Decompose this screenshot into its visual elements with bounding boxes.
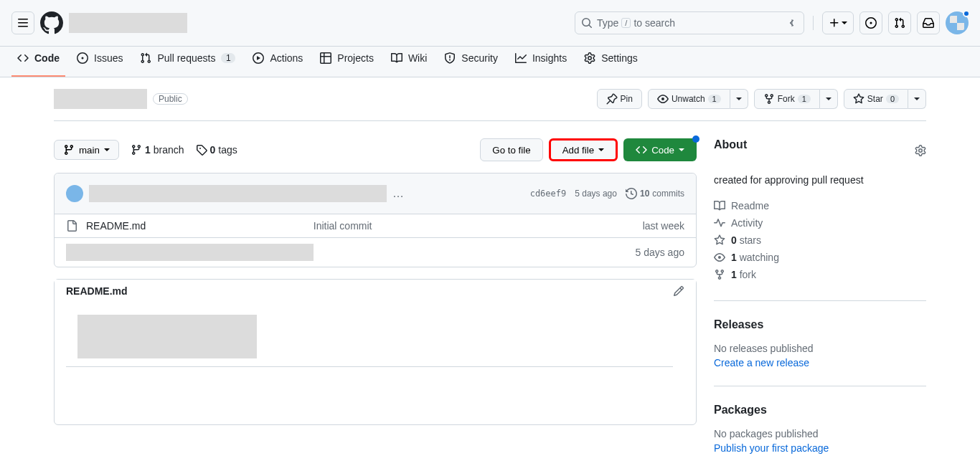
pulse-icon xyxy=(714,217,725,229)
unwatch-button[interactable]: Unwatch 1 xyxy=(648,89,730,109)
commit-date: 5 days ago xyxy=(575,189,617,199)
repo-title-redacted xyxy=(54,89,147,109)
tags-label: tags xyxy=(218,144,237,156)
sidebar-activity-link[interactable]: Activity xyxy=(714,214,926,232)
watching-label: watching xyxy=(740,252,779,263)
code-button[interactable]: Code xyxy=(623,138,697,161)
search-kbd: / xyxy=(621,18,631,28)
stars-count: 0 xyxy=(731,234,737,246)
branches-label: branch xyxy=(154,144,184,156)
star-dropdown[interactable] xyxy=(908,89,926,109)
caret-down-icon xyxy=(914,97,920,100)
search-icon xyxy=(581,17,593,29)
github-logo-icon[interactable] xyxy=(40,11,63,34)
commit-hash[interactable]: cd6eef9 xyxy=(530,189,567,199)
file-name: README.md xyxy=(86,220,146,232)
code-icon xyxy=(636,144,647,156)
about-section: About created for approving pull request… xyxy=(714,138,926,301)
code-label: Code xyxy=(651,145,674,156)
history-icon xyxy=(626,188,637,199)
create-release-link[interactable]: Create a new release xyxy=(714,357,809,368)
pin-button[interactable]: Pin xyxy=(597,89,642,109)
commits-link[interactable]: 10 commits xyxy=(626,188,684,199)
command-palette-icon[interactable] xyxy=(786,17,798,29)
create-new-button[interactable] xyxy=(822,11,854,34)
file-date: last week xyxy=(561,220,684,232)
repo-header-left: Public xyxy=(54,89,188,109)
branches-link[interactable]: 1 branch xyxy=(131,144,184,156)
tab-security-label: Security xyxy=(461,52,498,64)
sidebar-readme-link[interactable]: Readme xyxy=(714,197,926,214)
caret-down-icon xyxy=(842,22,847,24)
play-icon xyxy=(253,52,264,64)
issue-opened-icon xyxy=(77,52,88,64)
repo-actions: Pin Unwatch 1 Fork 1 xyxy=(597,89,926,109)
file-date: 5 days ago xyxy=(561,247,684,258)
tab-settings[interactable]: Settings xyxy=(578,47,644,77)
search-box[interactable]: Type / to search xyxy=(575,11,804,34)
commit-count-label: commits xyxy=(652,189,684,199)
about-description: created for approving pull request xyxy=(714,174,926,186)
branches-count: 1 xyxy=(145,144,151,156)
tab-code[interactable]: Code xyxy=(11,47,65,77)
git-branch-icon xyxy=(131,144,142,156)
tab-issues[interactable]: Issues xyxy=(71,47,128,77)
repo-name-redacted xyxy=(69,13,187,33)
file-row[interactable]: 5 days ago xyxy=(55,238,696,267)
git-branch-icon xyxy=(63,144,75,156)
pencil-icon[interactable] xyxy=(673,285,684,297)
tab-pull-requests[interactable]: Pull requests 1 xyxy=(134,47,241,77)
gear-icon[interactable] xyxy=(915,145,926,156)
issues-button[interactable] xyxy=(859,11,882,34)
notifications-button[interactable] xyxy=(917,11,940,34)
tab-projects[interactable]: Projects xyxy=(314,47,380,77)
tab-settings-label: Settings xyxy=(601,52,638,64)
file-controls-right: Go to file Add file Code xyxy=(480,138,697,161)
file-list-box: … cd6eef9 5 days ago 10 commits xyxy=(54,173,697,267)
tags-count: 0 xyxy=(210,144,216,156)
star-icon xyxy=(853,93,864,105)
star-count: 0 xyxy=(886,95,899,103)
about-title: About xyxy=(714,138,747,151)
tab-insights[interactable]: Insights xyxy=(509,47,573,77)
separator xyxy=(813,16,814,30)
tab-code-label: Code xyxy=(34,52,60,64)
git-pull-request-icon xyxy=(140,52,151,64)
issue-opened-icon xyxy=(865,17,877,29)
sidebar-watching-link[interactable]: 1 watching xyxy=(714,249,926,266)
repo-forked-icon xyxy=(763,93,775,105)
file-row[interactable]: README.md Initial commit last week xyxy=(55,214,696,238)
star-button-group: Star 0 xyxy=(844,89,926,109)
tab-security[interactable]: Security xyxy=(438,47,504,77)
content: Public Pin Unwatch 1 Fork 1 xyxy=(31,77,949,471)
search-suffix-label: to search xyxy=(633,17,675,29)
file-list-header: … cd6eef9 5 days ago 10 commits xyxy=(55,173,696,214)
pin-label: Pin xyxy=(621,94,633,104)
tab-wiki[interactable]: Wiki xyxy=(385,47,433,77)
go-to-file-button[interactable]: Go to file xyxy=(480,138,542,161)
readme-title: README.md xyxy=(66,285,128,297)
readme-box: README.md xyxy=(54,279,697,425)
tab-actions[interactable]: Actions xyxy=(247,47,308,77)
branch-name: main xyxy=(79,145,100,156)
plus-icon xyxy=(829,17,840,29)
fork-dropdown[interactable] xyxy=(820,89,838,109)
commit-author-avatar[interactable] xyxy=(66,185,83,202)
hamburger-menu-button[interactable] xyxy=(11,11,34,34)
branch-selector-button[interactable]: main xyxy=(54,140,119,160)
overflow-dots[interactable]: … xyxy=(392,187,404,200)
sidebar-forks-link[interactable]: 1 fork xyxy=(714,266,926,283)
go-to-file-label: Go to file xyxy=(492,145,530,156)
watch-dropdown[interactable] xyxy=(730,89,748,109)
activity-label: Activity xyxy=(731,217,763,229)
publish-package-link[interactable]: Publish your first package xyxy=(714,442,829,454)
user-avatar[interactable] xyxy=(946,11,969,34)
sidebar-stars-link[interactable]: 0 stars xyxy=(714,232,926,249)
shield-icon xyxy=(444,52,456,64)
pull-requests-button[interactable] xyxy=(888,11,911,34)
add-file-button[interactable]: Add file xyxy=(549,138,618,161)
tags-link[interactable]: 0 tags xyxy=(196,144,237,156)
star-button[interactable]: Star 0 xyxy=(844,89,908,109)
eye-icon xyxy=(657,93,669,105)
fork-button[interactable]: Fork 1 xyxy=(754,89,820,109)
